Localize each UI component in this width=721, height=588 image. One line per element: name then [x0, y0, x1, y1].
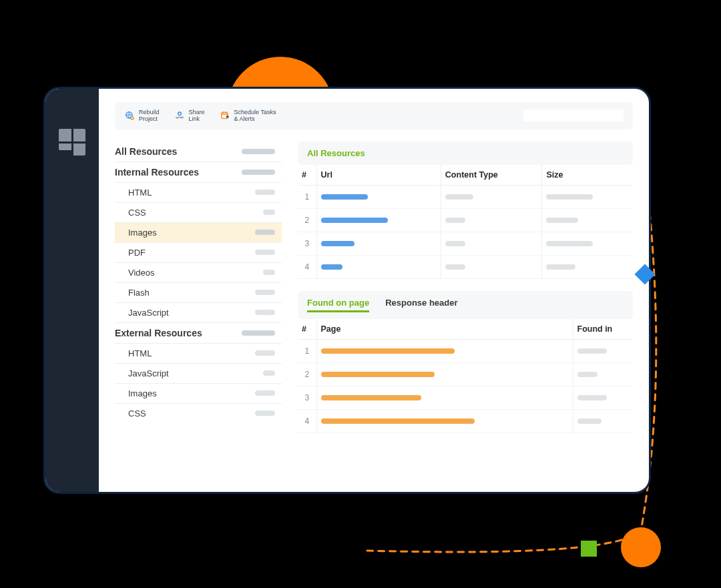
share-link-icon: [174, 110, 185, 121]
page-placeholder: [321, 348, 455, 354]
col-size[interactable]: Size: [542, 165, 633, 186]
nav-item-internal-pdf[interactable]: PDF: [115, 242, 282, 262]
main-content: Rebuild Project Share Link: [99, 89, 649, 492]
nav-item-internal-images[interactable]: Images: [115, 222, 282, 242]
foundin-placeholder: [577, 372, 597, 377]
count-placeholder: [263, 270, 275, 275]
nav-label: HTML: [128, 188, 152, 198]
page-placeholder: [321, 395, 421, 400]
nav-item-external-html[interactable]: HTML: [115, 343, 282, 363]
col-ctype[interactable]: Content Type: [441, 165, 542, 186]
nav-label: Images: [128, 228, 157, 238]
row-index: 1: [298, 185, 316, 208]
results-panel: All Resources # Url Content Type Size 1 …: [298, 141, 633, 479]
resources-table: # Url Content Type Size 1 2 3: [298, 165, 633, 279]
table-row[interactable]: 4: [298, 255, 633, 278]
nav-label: Images: [128, 388, 157, 398]
nav-item-internal-css[interactable]: CSS: [115, 202, 282, 222]
url-placeholder: [321, 194, 368, 200]
nav-item-external-css[interactable]: CSS: [115, 403, 282, 423]
size-placeholder: [546, 241, 593, 246]
toolbar-label: Schedule Tasks: [234, 109, 276, 115]
svg-point-1: [178, 112, 181, 115]
nav-item-internal-videos[interactable]: Videos: [115, 262, 282, 282]
col-num: #: [298, 165, 316, 186]
table-row[interactable]: 4: [298, 409, 633, 432]
count-placeholder: [255, 390, 275, 396]
toolbar-label: Rebuild: [139, 109, 160, 115]
toolbar-label: Project: [139, 115, 160, 122]
resources-table-title: All Resources: [298, 141, 633, 165]
count-placeholder: [263, 210, 275, 215]
nav-all-resources[interactable]: All Resources: [115, 141, 282, 162]
table-row[interactable]: 3: [298, 232, 633, 255]
table-row[interactable]: 2: [298, 208, 633, 232]
col-num: #: [298, 319, 316, 340]
nav-item-internal-html[interactable]: HTML: [115, 182, 282, 202]
app-logo-icon: [59, 129, 85, 156]
page-placeholder: [321, 372, 435, 377]
count-placeholder: [255, 230, 275, 235]
decorative-circle-orange-bottom: [621, 527, 661, 567]
count-placeholder: [242, 149, 275, 154]
calendar-alert-icon: [220, 110, 230, 121]
nav-item-internal-javascript[interactable]: JavaScript: [115, 302, 282, 322]
url-placeholder: [321, 241, 354, 246]
count-placeholder: [255, 350, 275, 356]
col-found[interactable]: Found in: [573, 319, 633, 340]
app-sidebar: [45, 89, 99, 492]
count-placeholder: [263, 370, 275, 376]
toolbar-label: Share: [189, 109, 205, 115]
nav-item-external-images[interactable]: Images: [115, 383, 282, 403]
table-row[interactable]: 1: [298, 185, 633, 208]
ctype-placeholder: [445, 194, 473, 200]
row-index: 1: [298, 339, 316, 362]
url-placeholder: [321, 264, 342, 270]
col-page[interactable]: Page: [316, 319, 573, 340]
foundin-placeholder: [577, 395, 607, 400]
nav-item-internal-flash[interactable]: Flash: [115, 282, 282, 302]
table-row[interactable]: 2: [298, 362, 633, 386]
nav-label: CSS: [128, 208, 146, 218]
count-placeholder: [255, 410, 275, 416]
nav-label: JavaScript: [128, 308, 169, 318]
nav-label: All Resources: [115, 146, 177, 157]
count-placeholder: [255, 250, 275, 255]
tab-found-on-page[interactable]: Found on page: [307, 298, 369, 312]
row-index: 4: [298, 255, 316, 278]
toolbar-label: & Alerts: [234, 115, 276, 122]
search-input[interactable]: [523, 109, 624, 121]
decorative-dot-green: [581, 541, 597, 557]
tab-response-header[interactable]: Response header: [385, 298, 457, 312]
found-tabs-header: Found on page Response header: [298, 291, 633, 319]
resource-navigation: All Resources Internal Resources HTML CS…: [115, 141, 282, 479]
nav-external-resources[interactable]: External Resources: [115, 322, 282, 343]
count-placeholder: [242, 330, 275, 336]
foundin-placeholder: [577, 348, 607, 354]
ctype-placeholder: [445, 218, 465, 223]
nav-internal-resources[interactable]: Internal Resources: [115, 162, 282, 182]
nav-label: PDF: [128, 248, 146, 258]
row-index: 3: [298, 232, 316, 255]
url-placeholder: [321, 218, 388, 223]
row-index: 2: [298, 208, 316, 232]
globe-refresh-icon: [124, 110, 135, 121]
count-placeholder: [242, 170, 275, 175]
row-index: 2: [298, 362, 316, 386]
table-row[interactable]: 3: [298, 386, 633, 409]
nav-label: CSS: [128, 408, 146, 418]
rebuild-project-button[interactable]: Rebuild Project: [124, 109, 160, 123]
page-placeholder: [321, 418, 475, 424]
count-placeholder: [255, 310, 275, 315]
share-link-button[interactable]: Share Link: [174, 109, 205, 123]
size-placeholder: [546, 264, 575, 270]
row-index: 3: [298, 386, 316, 409]
found-table: # Page Found in 1 2 3 4: [298, 319, 633, 433]
schedule-tasks-button[interactable]: Schedule Tasks & Alerts: [220, 109, 276, 123]
nav-label: Videos: [128, 268, 155, 278]
size-placeholder: [546, 218, 578, 223]
table-row[interactable]: 1: [298, 339, 633, 362]
nav-label: Internal Resources: [115, 167, 199, 178]
nav-item-external-javascript[interactable]: JavaScript: [115, 363, 282, 383]
col-url[interactable]: Url: [316, 165, 441, 186]
